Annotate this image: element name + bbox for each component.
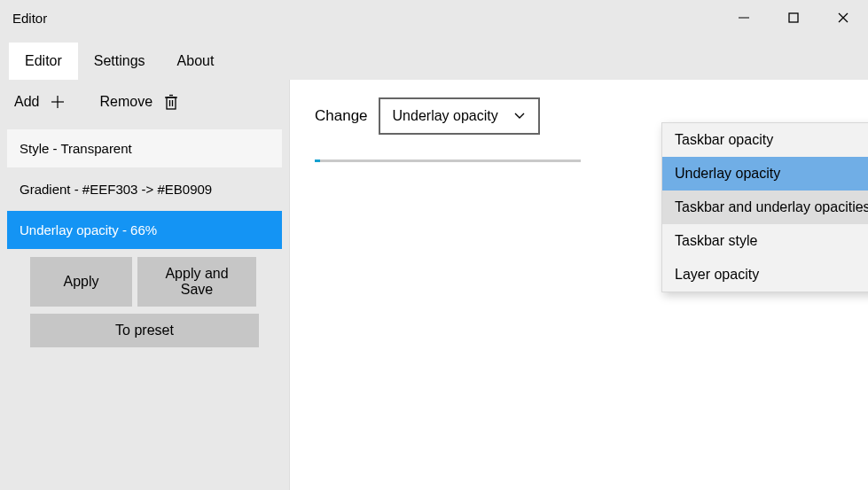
svg-rect-6 <box>167 97 176 109</box>
dropdown-item[interactable]: Taskbar and underlay opacities <box>662 191 868 224</box>
dropdown-item[interactable]: Layer opacity <box>662 258 868 292</box>
slider-fill <box>315 159 320 162</box>
content-pane: Change Underlay opacity 6 % Taskbar opac… <box>290 80 868 490</box>
add-label: Add <box>14 94 39 110</box>
dropdown-item-label: Taskbar opacity <box>675 132 773 147</box>
opacity-slider[interactable] <box>315 159 581 162</box>
minimize-icon <box>738 12 750 24</box>
close-icon <box>837 12 849 24</box>
remove-label: Remove <box>99 94 152 110</box>
button-label: To preset <box>115 323 174 338</box>
sidebar-toolbar: Add Remove <box>0 80 289 124</box>
change-label: Change <box>315 107 368 125</box>
rules-list: Style - Transparent Gradient - #EEF303 -… <box>0 124 289 252</box>
action-row-2: To preset <box>0 310 289 351</box>
list-item[interactable]: Gradient - #EEF303 -> #EB0909 <box>7 170 282 208</box>
minimize-button[interactable] <box>719 0 769 35</box>
tab-bar: Editor Settings About <box>0 35 868 80</box>
tab-label: Editor <box>25 53 62 68</box>
plus-icon <box>50 94 66 110</box>
svg-rect-1 <box>789 13 798 22</box>
close-button[interactable] <box>818 0 868 35</box>
tab-settings[interactable]: Settings <box>78 43 161 80</box>
change-select[interactable]: Underlay opacity <box>379 97 540 135</box>
dropdown-item[interactable]: Taskbar style <box>662 224 868 258</box>
sidebar: Add Remove Style - Transparent Gradient … <box>0 80 290 490</box>
window-controls <box>719 0 868 35</box>
dropdown-item-label: Taskbar style <box>675 233 757 248</box>
list-item-label: Gradient - #EEF303 -> #EB0909 <box>20 182 212 197</box>
apply-button[interactable]: Apply <box>30 257 132 307</box>
list-item-label: Underlay opacity - 66% <box>20 222 157 237</box>
button-label: Apply and Save <box>165 266 228 297</box>
chevron-down-icon <box>513 112 526 121</box>
dropdown-item[interactable]: Taskbar opacity <box>662 123 868 157</box>
apply-save-button[interactable]: Apply and Save <box>137 257 256 307</box>
window-title: Editor <box>12 11 47 26</box>
tab-about[interactable]: About <box>161 43 231 80</box>
tab-label: Settings <box>94 53 145 68</box>
tab-editor[interactable]: Editor <box>9 43 78 80</box>
change-dropdown: Taskbar opacity Underlay opacity Taskbar… <box>661 122 868 292</box>
titlebar: Editor <box>0 0 868 35</box>
tab-label: About <box>177 53 215 68</box>
dropdown-item[interactable]: Underlay opacity <box>662 157 868 191</box>
list-item[interactable]: Underlay opacity - 66% <box>7 211 282 249</box>
maximize-icon <box>787 12 800 24</box>
list-item-label: Style - Transparent <box>20 141 132 156</box>
dropdown-item-label: Layer opacity <box>675 267 759 282</box>
list-item[interactable]: Style - Transparent <box>7 129 282 167</box>
button-label: Apply <box>63 274 98 289</box>
add-button[interactable]: Add <box>9 92 71 112</box>
dropdown-item-label: Taskbar and underlay opacities <box>675 199 868 214</box>
to-preset-button[interactable]: To preset <box>30 314 259 347</box>
select-value: Underlay opacity <box>393 108 498 124</box>
maximize-button[interactable] <box>769 0 818 35</box>
trash-icon <box>163 93 179 111</box>
action-row: Apply Apply and Save <box>0 252 289 310</box>
dropdown-item-label: Underlay opacity <box>675 166 780 181</box>
main-area: Add Remove Style - Transparent Gradient … <box>0 80 868 490</box>
remove-button[interactable]: Remove <box>94 91 184 113</box>
